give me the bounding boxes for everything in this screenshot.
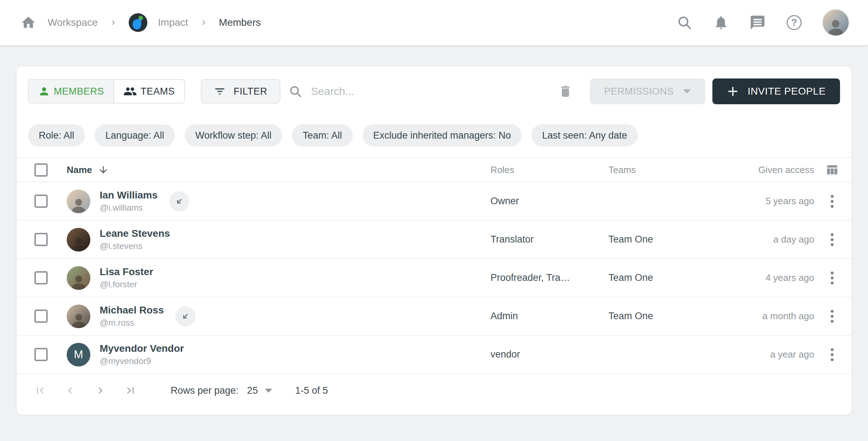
chevron-right-icon [199, 18, 208, 27]
project-icon[interactable] [129, 13, 147, 32]
member-cell: Michael Ross @m.ross [67, 305, 490, 328]
member-teams: Team One [608, 311, 727, 322]
topbar-actions: ? [676, 9, 849, 36]
member-roles: Translator [490, 234, 608, 245]
member-name-stack: Myvendor Vendor @myvendor9 [100, 343, 184, 366]
member-name[interactable]: Michael Ross [100, 305, 164, 316]
caret-down-icon [683, 89, 691, 94]
member-name-stack: Michael Ross @m.ross [100, 305, 164, 328]
row-menu-icon[interactable] [828, 307, 836, 326]
member-cell: Ian Williams @i.williams [67, 190, 490, 213]
messages-icon[interactable] [749, 14, 766, 31]
row-checkbox[interactable] [34, 271, 48, 284]
breadcrumb-workspace[interactable]: Workspace [48, 17, 98, 28]
filter-button[interactable]: FILTER [201, 79, 280, 104]
table-header: Name Roles Teams Given access [16, 157, 852, 182]
select-all-checkbox[interactable] [34, 163, 48, 177]
login-as-badge[interactable] [169, 191, 189, 211]
search-input[interactable] [311, 85, 557, 97]
row-menu-icon[interactable] [828, 345, 836, 364]
last-page-icon[interactable] [123, 383, 138, 398]
arrow-down-left-icon [174, 196, 184, 206]
home-icon[interactable] [20, 14, 37, 31]
row-checkbox[interactable] [34, 310, 48, 323]
search-box [288, 84, 557, 99]
member-given-access: a year ago [727, 349, 821, 360]
avatar-silhouette [69, 234, 88, 251]
member-given-access: 5 years ago [727, 196, 821, 207]
filter-button-label: FILTER [234, 86, 267, 97]
delete-icon[interactable] [557, 82, 574, 101]
member-name[interactable]: Lisa Foster [100, 266, 153, 278]
member-given-access: 4 years ago [727, 272, 821, 283]
chevron-right-icon [109, 18, 118, 27]
permissions-button-label: PERMISSIONS [604, 86, 674, 97]
filter-icon [214, 85, 226, 97]
column-settings-icon[interactable] [821, 163, 843, 177]
member-handle: @myvendor9 [100, 356, 184, 366]
row-menu-icon[interactable] [828, 269, 836, 287]
previous-page-icon[interactable] [63, 383, 77, 398]
member-name[interactable]: Leane Stevens [100, 228, 170, 239]
column-header-given-access[interactable]: Given access [727, 164, 821, 176]
row-checkbox[interactable] [34, 233, 48, 246]
avatar-silhouette [69, 273, 88, 290]
filter-chip[interactable]: Role: All [28, 124, 85, 147]
row-menu-icon[interactable] [828, 230, 836, 249]
table-body: Ian Williams @i.williams Owner 5 years a… [16, 182, 852, 374]
avatar-letter: M [74, 348, 83, 361]
tab-teams-label: TEAMS [141, 86, 175, 97]
permissions-button[interactable]: PERMISSIONS [590, 78, 705, 104]
member-name[interactable]: Ian Williams [100, 190, 158, 201]
row-checkbox[interactable] [34, 348, 48, 361]
column-header-name[interactable]: Name [67, 164, 490, 176]
help-icon[interactable]: ? [786, 14, 803, 31]
member-name[interactable]: Myvendor Vendor [100, 343, 184, 354]
column-header-roles[interactable]: Roles [490, 164, 608, 176]
table-row: Leane Stevens @l.stevens Translator Team… [16, 221, 852, 259]
tab-members[interactable]: MEMBERS [29, 80, 113, 103]
filter-chip[interactable]: Team: All [292, 124, 353, 147]
help-glyph: ? [787, 15, 802, 30]
plus-icon [727, 85, 739, 97]
person-icon [38, 85, 50, 97]
filter-chip[interactable]: Last seen: Any date [531, 124, 638, 147]
member-teams: Team One [608, 272, 727, 283]
column-header-teams[interactable]: Teams [608, 164, 727, 176]
filter-chip[interactable]: Language: All [95, 124, 175, 147]
member-given-access: a day ago [727, 234, 821, 245]
members-teams-toggle: MEMBERS TEAMS [28, 79, 185, 104]
row-menu-icon[interactable] [828, 192, 836, 211]
member-cell: Lisa Foster @l.forster [67, 266, 490, 290]
avatar [67, 228, 90, 251]
table-row: M Myvendor Vendor @myvendor9 vendor a ye… [16, 336, 852, 374]
login-as-badge[interactable] [175, 306, 195, 326]
pagination-range: 1-5 of 5 [295, 385, 328, 396]
member-teams: Team One [608, 234, 727, 245]
table-row: Lisa Foster @l.forster Proofreader, Tra…… [16, 259, 852, 297]
table-row: Ian Williams @i.williams Owner 5 years a… [16, 182, 852, 221]
user-avatar[interactable] [822, 9, 849, 36]
filter-chip[interactable]: Exclude inherited managers: No [362, 124, 522, 147]
filter-chip[interactable]: Workflow step: All [185, 124, 283, 147]
first-page-icon[interactable] [33, 383, 47, 398]
avatar [67, 266, 90, 290]
sort-desc-icon[interactable] [98, 164, 109, 175]
breadcrumb-project[interactable]: Impact [158, 17, 188, 28]
member-handle: @m.ross [100, 318, 164, 328]
notifications-icon[interactable] [712, 14, 730, 31]
rows-per-page-label: Rows per page: [171, 385, 238, 396]
avatar: M [67, 343, 90, 366]
member-cell: Leane Stevens @l.stevens [67, 228, 490, 251]
next-page-icon[interactable] [93, 383, 108, 398]
member-roles: Owner [490, 196, 608, 207]
row-checkbox[interactable] [34, 195, 48, 208]
caret-down-icon [265, 389, 272, 393]
people-icon [123, 85, 137, 98]
invite-people-button[interactable]: INVITE PEOPLE [712, 78, 840, 104]
search-icon[interactable] [676, 14, 693, 31]
tab-teams[interactable]: TEAMS [113, 80, 184, 103]
rows-per-page-select[interactable]: 25 [247, 385, 272, 396]
members-card: MEMBERS TEAMS FILTER PERMISSIONS INVITE … [16, 66, 852, 415]
member-cell: M Myvendor Vendor @myvendor9 [67, 343, 490, 366]
